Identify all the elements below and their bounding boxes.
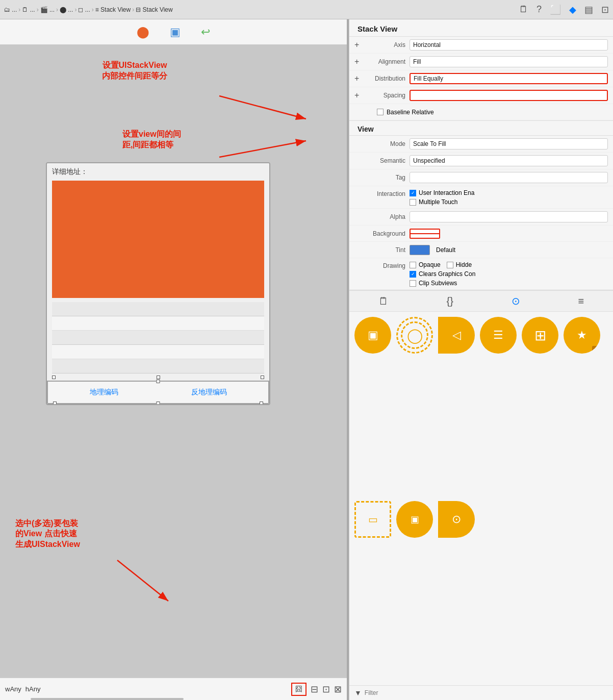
alpha-value[interactable] <box>410 211 608 222</box>
canvas-area: 设置UIStackView 内部控件间距等分 设置view间的间 距,间距都相等… <box>0 45 347 678</box>
tint-swatch[interactable] <box>410 245 430 255</box>
main-container: ⬤ ▣ ↩ 设置UIStackView 内部控件间距等分 设置view间的间 距… <box>0 19 613 700</box>
pin-icon[interactable]: ⊠ <box>334 684 342 695</box>
hidden-checkbox[interactable] <box>447 262 453 268</box>
opaque-checkbox[interactable] <box>410 262 416 268</box>
svg-line-1 <box>219 96 306 119</box>
distribution-add[interactable]: + <box>354 74 364 83</box>
alignment-row: + Alignment Fill <box>349 54 613 70</box>
component-8[interactable]: ▣ <box>396 501 433 538</box>
help-icon[interactable]: ? <box>537 4 542 15</box>
clears-graphics-label: Clears Graphics Con <box>419 270 475 278</box>
component-7[interactable]: ▭ <box>354 501 391 538</box>
sel-handle-bl <box>53 402 57 405</box>
breadcrumb: 🗂 ... › 🗒 ... › 🎬 ... › ⬤ ... › ◻ ... › … <box>4 6 173 13</box>
selection-handle-top-center <box>157 380 160 383</box>
component-3[interactable]: ◁ <box>438 317 475 354</box>
baseline-row: + Baseline Relative <box>349 104 613 120</box>
alpha-input[interactable] <box>413 213 604 220</box>
spacing-add[interactable]: + <box>354 91 364 100</box>
breadcrumb-item-3[interactable]: 🎬 ... <box>40 6 55 13</box>
circle-icon[interactable]: ⬤ <box>137 26 149 39</box>
window-icon[interactable]: ⊡ <box>601 4 609 15</box>
mode-label: Mode <box>354 140 410 147</box>
panel-title: Stack View <box>349 19 613 37</box>
user-interaction-item: ✓ User Interaction Ena <box>410 189 474 196</box>
component-6[interactable]: ★ ... <box>564 317 600 354</box>
tag-label: Tag <box>354 174 410 181</box>
background-row: Background <box>349 226 613 242</box>
axis-add[interactable]: + <box>354 40 364 49</box>
user-interaction-label: User Interaction Ena <box>419 189 474 196</box>
tag-input[interactable] <box>413 174 604 181</box>
component-1[interactable]: ▣ <box>354 317 391 354</box>
background-swatch[interactable] <box>410 229 440 239</box>
reverse-geo-button[interactable]: 反地理编码 <box>191 388 227 397</box>
canvas-bottom-right: 囧 ⊟ ⊡ ⊠ <box>291 683 342 696</box>
clears-graphics-checkbox[interactable]: ✓ <box>410 271 416 278</box>
horizontal-scrollbar[interactable] <box>31 698 184 700</box>
selection-handle-right <box>261 376 264 379</box>
file-icon[interactable]: 🗒 <box>519 4 528 15</box>
component-5[interactable]: ⊞ <box>522 317 558 354</box>
view-section-header: View <box>349 121 613 136</box>
spacing-row: + Spacing <box>349 87 613 104</box>
clip-subviews-checkbox[interactable] <box>410 280 416 287</box>
gray-row-4 <box>52 345 264 359</box>
breadcrumb-item-2[interactable]: 🗒 ... <box>22 6 35 13</box>
gray-row-1 <box>52 302 264 316</box>
tag-row: Tag <box>349 169 613 186</box>
align-icon[interactable]: ⊟ <box>311 684 318 695</box>
spacing-input[interactable] <box>414 92 604 99</box>
tag-value[interactable] <box>410 172 608 183</box>
gray-row-2 <box>52 316 264 331</box>
mode-value[interactable]: Scale To Fill <box>410 138 608 149</box>
geo-encode-button[interactable]: 地理编码 <box>90 388 118 397</box>
view-section: View Mode Scale To Fill Semantic Unspeci… <box>349 121 613 290</box>
multiple-touch-checkbox[interactable] <box>410 199 416 206</box>
alignment-add[interactable]: + <box>354 57 364 66</box>
interaction-row: Interaction ✓ User Interaction Ena Multi… <box>349 186 613 209</box>
breadcrumb-item-6[interactable]: ≡ Stack View <box>95 6 131 13</box>
embed-button[interactable]: 囧 <box>291 683 306 696</box>
location-icon[interactable]: ◆ <box>569 4 576 15</box>
breadcrumb-item-5[interactable]: ◻ ... <box>78 6 90 13</box>
cube-icon[interactable]: ▣ <box>170 26 181 39</box>
component-4[interactable]: ☰ <box>480 317 517 354</box>
transform-icon[interactable]: ⊡ <box>322 684 330 695</box>
component-9[interactable]: ⊙ <box>438 501 475 538</box>
arrow-icon[interactable]: ↩ <box>201 26 210 39</box>
breadcrumb-item-1[interactable]: 🗂 ... <box>4 6 17 13</box>
breadcrumb-item-7[interactable]: ⊟ Stack View <box>136 6 172 13</box>
axis-row: + Axis Horizontal <box>349 37 613 54</box>
distribution-value[interactable]: Fill Equally <box>410 73 608 84</box>
settings-icon[interactable]: ▤ <box>584 4 593 15</box>
tint-default-label: Default <box>436 246 455 254</box>
w-label: wAny <box>5 685 21 693</box>
share-icon[interactable]: ⬜ <box>550 4 561 15</box>
component-2[interactable]: ◯ <box>396 317 433 354</box>
alpha-row: Alpha <box>349 209 613 226</box>
breadcrumb-item-4[interactable]: ⬤ ... <box>60 6 73 13</box>
tab-attributes[interactable]: {} <box>443 294 457 308</box>
tab-size[interactable]: ⊙ <box>507 294 524 308</box>
annotation-3: 选中(多选)要包装 的View 点击快速 生成UIStackView <box>15 518 80 550</box>
top-toolbar: 🗂 ... › 🗒 ... › 🎬 ... › ⬤ ... › ◻ ... › … <box>0 0 613 19</box>
canvas-icon-bar: ⬤ ▣ ↩ <box>0 19 347 45</box>
semantic-value[interactable]: Unspecified <box>410 155 608 166</box>
ui-card: 详细地址： <box>46 162 270 405</box>
tab-connections[interactable]: ≡ <box>574 294 588 308</box>
user-interaction-checkbox[interactable]: ✓ <box>410 190 416 196</box>
gray-row-3 <box>52 331 264 345</box>
tab-identity[interactable]: 🗒 <box>374 294 393 308</box>
filter-input[interactable] <box>365 689 608 696</box>
canvas-bottom-left: wAny hAny <box>5 685 40 693</box>
alignment-value[interactable]: Fill <box>410 56 608 67</box>
spacing-value[interactable] <box>410 90 608 101</box>
axis-value[interactable]: Horizontal <box>410 39 608 51</box>
baseline-checkbox[interactable] <box>377 109 384 115</box>
drawing-label: Drawing <box>354 261 410 269</box>
component-grid: ▣ ◯ ◁ ☰ ⊞ ★ ... ▭ ▣ <box>349 312 613 685</box>
gray-row-5 <box>52 359 264 373</box>
hidden-item: Hidde <box>447 261 472 268</box>
